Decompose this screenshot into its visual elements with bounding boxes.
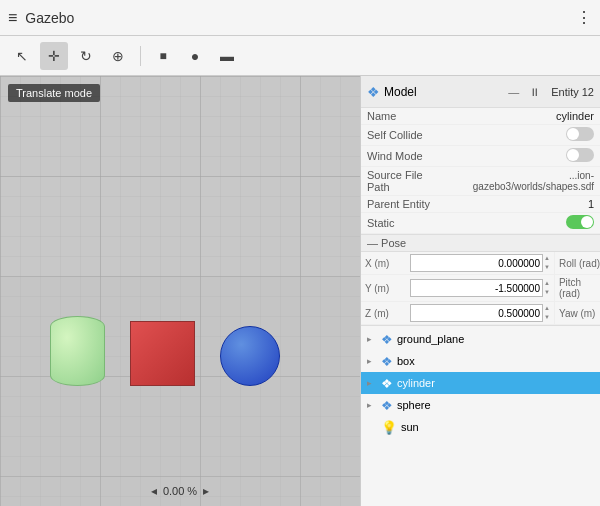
pose-y-input[interactable]	[410, 279, 543, 297]
tree-item-box[interactable]: ▸ ❖ box	[361, 350, 600, 372]
pose-x-label: X (m)	[365, 258, 410, 269]
prop-parent-entity-row: Parent Entity 1	[361, 196, 600, 213]
sphere-tool[interactable]: ●	[181, 42, 209, 70]
source-file-value: ...ion-gazebo3/worlds/shapes.sdf	[451, 167, 600, 196]
svg-rect-2	[0, 276, 360, 506]
tree-item-cylinder[interactable]: ▸ ❖ cylinder	[361, 372, 600, 394]
prop-name-row: Name cylinder	[361, 108, 600, 125]
zoom-value: 0.00 %	[163, 485, 197, 497]
model-icon-sphere: ❖	[381, 398, 393, 413]
self-collide-toggle[interactable]	[566, 127, 594, 141]
pose-pitch-label: Pitch (rad)	[559, 277, 600, 299]
main-area: Translate mode ◂ 0.00 % ▸ ❖ Model — ⏸ En…	[0, 76, 600, 506]
viewport[interactable]: Translate mode ◂ 0.00 % ▸	[0, 76, 360, 506]
expand-sphere-icon: ▸	[367, 400, 377, 410]
pose-grid: X (m) ▲▼ Roll (rad) ▲▼ Y (m) ▲▼ Pitch (r…	[361, 252, 600, 326]
pose-x-cell: X (m) ▲▼	[361, 252, 555, 275]
model-icon-cylinder: ❖	[381, 376, 393, 391]
menu-icon[interactable]: ≡	[8, 9, 17, 27]
expand-cylinder-icon: ▸	[367, 378, 377, 388]
tree-label-ground-plane: ground_plane	[397, 333, 464, 345]
static-value	[451, 213, 600, 234]
model-title: Model	[384, 85, 501, 99]
wind-mode-toggle[interactable]	[566, 148, 594, 162]
zoom-left-arrow[interactable]: ◂	[151, 484, 157, 498]
tree-item-ground-plane[interactable]: ▸ ❖ ground_plane	[361, 328, 600, 350]
model-header: ❖ Model — ⏸ Entity 12	[361, 76, 600, 108]
pose-yaw-cell: Yaw (m) ▲▼	[555, 302, 600, 325]
self-collide-label: Self Collide	[361, 125, 451, 146]
tree-label-sphere: sphere	[397, 399, 431, 411]
model-icon-ground-plane: ❖	[381, 332, 393, 347]
pose-header: — Pose	[361, 234, 600, 252]
light-icon-sun: 💡	[381, 420, 397, 435]
prop-source-file-row: Source File Path ...ion-gazebo3/worlds/s…	[361, 167, 600, 196]
pose-roll-cell: Roll (rad) ▲▼	[555, 252, 600, 275]
blue-sphere-object	[220, 326, 280, 386]
properties-table: Name cylinder Self Collide Wind Mode Sou…	[361, 108, 600, 234]
cylinder-tool[interactable]: ▬	[213, 42, 241, 70]
zoom-bar: ◂ 0.00 % ▸	[151, 484, 209, 498]
pose-z-label: Z (m)	[365, 308, 410, 319]
red-box-object	[130, 321, 195, 386]
more-icon[interactable]: ⋮	[576, 8, 592, 27]
self-collide-value	[451, 125, 600, 146]
pose-pitch-cell: Pitch (rad) ▲▼	[555, 275, 600, 302]
model-controls: — ⏸ Entity 12	[505, 85, 594, 99]
pose-x-spinner[interactable]: ▲▼	[544, 254, 550, 272]
static-label: Static	[361, 213, 451, 234]
wind-mode-value	[451, 146, 600, 167]
pose-yaw-label: Yaw (m)	[559, 308, 600, 319]
model-icon: ❖	[367, 84, 380, 100]
scale-tool[interactable]: ⊕	[104, 42, 132, 70]
pose-x-input[interactable]	[410, 254, 543, 272]
static-toggle[interactable]	[566, 215, 594, 229]
prop-wind-mode-row: Wind Mode	[361, 146, 600, 167]
pose-z-input[interactable]	[410, 304, 543, 322]
name-label: Name	[361, 108, 451, 125]
app-title: Gazebo	[25, 10, 568, 26]
tree-label-sun: sun	[401, 421, 419, 433]
pose-roll-label: Roll (rad)	[559, 258, 600, 269]
prop-static-row: Static	[361, 213, 600, 234]
prop-self-collide-row: Self Collide	[361, 125, 600, 146]
toolbar: ↖ ✛ ↻ ⊕ ■ ● ▬	[0, 36, 600, 76]
select-tool[interactable]: ↖	[8, 42, 36, 70]
green-cylinder-object	[50, 316, 105, 386]
pose-y-label: Y (m)	[365, 283, 410, 294]
top-bar: ≡ Gazebo ⋮	[0, 0, 600, 36]
pause-btn[interactable]: ⏸	[526, 85, 543, 99]
tree-item-sphere[interactable]: ▸ ❖ sphere	[361, 394, 600, 416]
source-file-label: Source File Path	[361, 167, 451, 196]
expand-ground-plane-icon: ▸	[367, 334, 377, 344]
wind-mode-label: Wind Mode	[361, 146, 451, 167]
translate-tool[interactable]: ✛	[40, 42, 68, 70]
pose-z-cell: Z (m) ▲▼	[361, 302, 555, 325]
parent-entity-value: 1	[451, 196, 600, 213]
tree-item-sun[interactable]: 💡 sun	[361, 416, 600, 438]
name-value: cylinder	[451, 108, 600, 125]
zoom-right-arrow[interactable]: ▸	[203, 484, 209, 498]
pose-y-cell: Y (m) ▲▼	[361, 275, 555, 302]
pose-y-spinner[interactable]: ▲▼	[544, 279, 550, 297]
entity-tree: ▸ ❖ ground_plane ▸ ❖ box ▸ ❖ cylinder ▸ …	[361, 326, 600, 506]
translate-mode-badge: Translate mode	[8, 84, 100, 102]
pose-z-spinner[interactable]: ▲▼	[544, 304, 550, 322]
parent-entity-label: Parent Entity	[361, 196, 451, 213]
tree-label-box: box	[397, 355, 415, 367]
tree-label-cylinder: cylinder	[397, 377, 435, 389]
toolbar-separator	[140, 46, 141, 66]
minimize-btn[interactable]: —	[505, 85, 522, 99]
right-panel: ❖ Model — ⏸ Entity 12 Name cylinder Self…	[360, 76, 600, 506]
box-tool[interactable]: ■	[149, 42, 177, 70]
grid	[0, 76, 360, 506]
entity-label: Entity 12	[551, 86, 594, 98]
rotate-tool[interactable]: ↻	[72, 42, 100, 70]
model-icon-box: ❖	[381, 354, 393, 369]
expand-box-icon: ▸	[367, 356, 377, 366]
